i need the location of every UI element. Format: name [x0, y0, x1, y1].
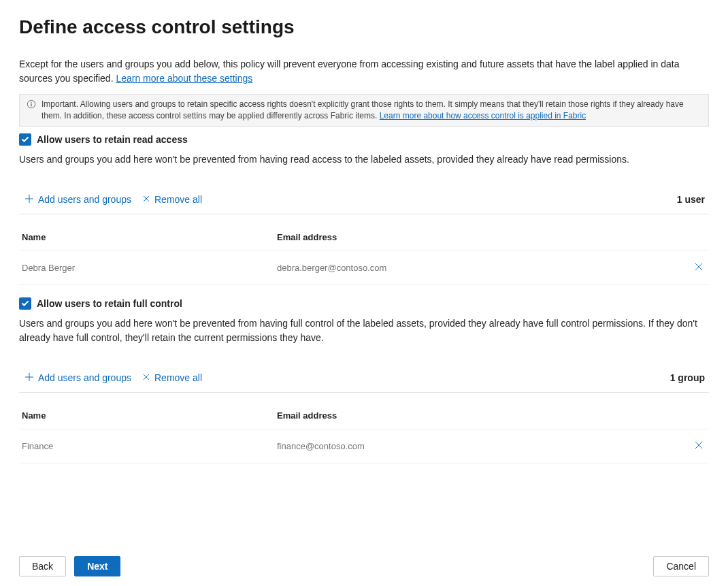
- full-description: Users and groups you add here won't be p…: [19, 316, 709, 345]
- row-name: Debra Berger: [22, 263, 277, 273]
- read-access-checkbox-row: Allow users to retain read access: [19, 133, 709, 146]
- plus-icon: [24, 194, 34, 206]
- full-remove-button[interactable]: Remove all: [137, 368, 208, 387]
- close-icon: [142, 372, 150, 383]
- plus-icon: [24, 372, 34, 384]
- full-col-email: Email address: [277, 410, 679, 421]
- full-add-button[interactable]: Add users and groups: [19, 368, 137, 388]
- full-count: 1 group: [670, 372, 709, 383]
- full-control-checkbox-row: Allow users to retain full control: [19, 297, 709, 310]
- full-remove-label: Remove all: [154, 372, 202, 383]
- read-access-checkbox[interactable]: [19, 133, 31, 146]
- full-toolbar: Add users and groups Remove all 1 group: [19, 364, 709, 393]
- full-table-header: Name Email address: [19, 402, 709, 429]
- intro-paragraph: Except for the users and groups you add …: [19, 57, 709, 86]
- close-icon: [694, 262, 704, 274]
- read-col-name: Name: [22, 232, 277, 242]
- row-email: finance@contoso.com: [277, 441, 679, 451]
- read-add-button[interactable]: Add users and groups: [19, 190, 137, 210]
- info-banner: Important. Allowing users and groups to …: [19, 94, 709, 127]
- learn-more-link[interactable]: Learn more about these settings: [116, 73, 252, 84]
- read-add-label: Add users and groups: [38, 194, 131, 205]
- close-icon: [142, 194, 150, 205]
- table-row: Debra Berger debra.berger@contoso.com: [19, 251, 709, 285]
- svg-point-1: [31, 102, 31, 103]
- full-control-label: Allow users to retain full control: [37, 298, 182, 309]
- info-text: Important. Allowing users and groups to …: [42, 99, 684, 120]
- read-table-header: Name Email address: [19, 224, 709, 251]
- table-row: Finance finance@contoso.com: [19, 429, 709, 463]
- full-add-label: Add users and groups: [38, 372, 131, 383]
- full-col-name: Name: [22, 410, 277, 421]
- read-toolbar: Add users and groups Remove all 1 user: [19, 186, 709, 214]
- read-count: 1 user: [677, 194, 709, 205]
- info-link[interactable]: Learn more about how access control is a…: [380, 111, 586, 120]
- full-control-checkbox[interactable]: [19, 297, 31, 310]
- row-name: Finance: [22, 441, 277, 451]
- info-icon: [27, 99, 36, 112]
- read-description: Users and groups you add here won't be p…: [19, 152, 709, 167]
- remove-row-button[interactable]: [691, 438, 706, 455]
- read-col-email: Email address: [277, 232, 679, 242]
- page-title: Define access control settings: [19, 16, 709, 38]
- read-remove-label: Remove all: [154, 194, 202, 205]
- read-remove-button[interactable]: Remove all: [137, 190, 208, 209]
- remove-row-button[interactable]: [691, 259, 706, 276]
- close-icon: [694, 440, 704, 452]
- read-access-label: Allow users to retain read access: [37, 134, 188, 145]
- row-email: debra.berger@contoso.com: [277, 263, 679, 273]
- svg-rect-2: [31, 103, 31, 106]
